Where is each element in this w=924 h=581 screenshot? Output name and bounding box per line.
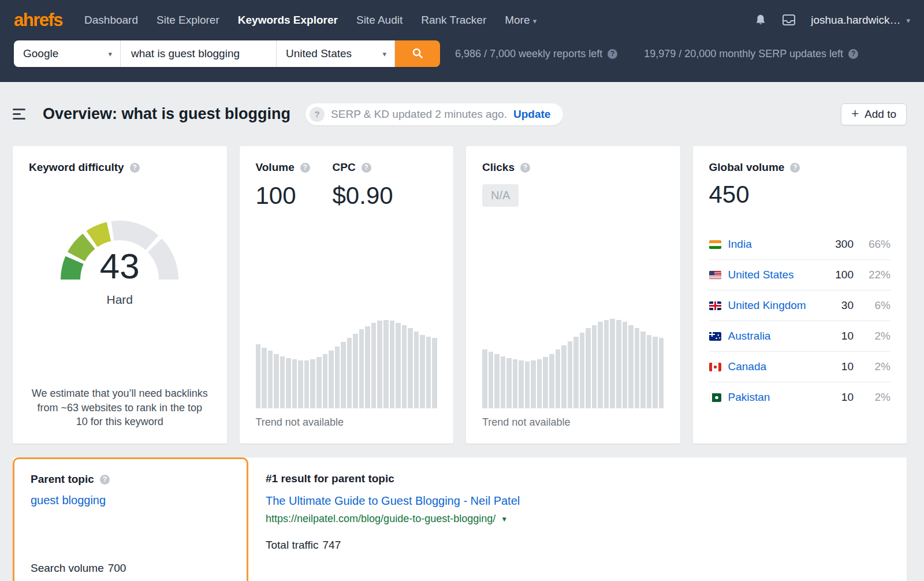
flag-ca-icon <box>709 363 721 371</box>
trend-bar <box>604 320 609 409</box>
weekly-reports-quota: 6,986 / 7,000 weekly reports left <box>455 48 602 60</box>
cpc-label: CPC <box>333 161 356 174</box>
country-select[interactable]: United States ▾ <box>277 40 395 67</box>
trend-bar <box>390 321 395 408</box>
nav-site-audit[interactable]: Site Audit <box>356 14 403 27</box>
inbox-icon[interactable] <box>782 14 796 27</box>
trend-bar <box>280 356 285 409</box>
trend-bar <box>482 349 487 408</box>
url-dropdown-caret-icon[interactable]: ▼ <box>501 515 508 523</box>
trend-bar <box>347 338 352 408</box>
reports-menu-icon[interactable] <box>13 109 27 120</box>
cpc-value: $0.90 <box>333 182 438 210</box>
help-icon[interactable]: ? <box>300 163 310 173</box>
clicks-card: Clicks ? N/A Trend not available <box>466 146 680 444</box>
volume-label: Volume <box>256 161 295 174</box>
global-volume-value: 450 <box>709 181 891 208</box>
nav-site-explorer[interactable]: Site Explorer <box>157 14 219 27</box>
serp-updates-quota: 19,979 / 20,000 monthly SERP updates lef… <box>644 48 843 60</box>
trend-bar <box>647 335 652 409</box>
help-icon[interactable]: ? <box>520 163 530 173</box>
add-to-button[interactable]: + Add to <box>841 103 907 125</box>
keyword-search-bar: Google ▾ United States ▾ 6,986 / 7,000 w… <box>14 40 910 67</box>
flag-in-icon <box>709 240 721 249</box>
trend-bar <box>274 354 279 408</box>
parent-topic-volume-value: 700 <box>108 562 126 575</box>
flag-gb-icon <box>709 301 721 310</box>
keyword-search-input[interactable] <box>121 40 277 67</box>
username: joshua.hardwick… <box>811 14 900 27</box>
trend-bar <box>561 345 567 408</box>
help-icon[interactable]: ? <box>790 163 800 173</box>
country-row: United Kingdom306% <box>709 290 891 321</box>
help-icon[interactable]: ? <box>848 49 858 59</box>
update-link[interactable]: Update <box>513 108 550 121</box>
help-icon[interactable]: ? <box>100 475 110 485</box>
help-icon[interactable]: ? <box>130 163 140 173</box>
notifications-bell-icon[interactable] <box>754 13 767 27</box>
trend-bar <box>408 328 413 408</box>
clicks-trend-chart <box>482 301 664 408</box>
flag-us-icon <box>709 271 721 280</box>
parent-topic-keyword-link[interactable]: guest blogging <box>31 494 106 507</box>
country-link[interactable]: India <box>728 238 752 251</box>
ahrefs-logo[interactable]: ahrefs <box>14 10 62 31</box>
trend-bar <box>549 354 554 408</box>
help-icon[interactable]: ? <box>310 107 325 122</box>
search-engine-select[interactable]: Google ▾ <box>14 40 121 67</box>
volume-trend-chart <box>256 301 438 408</box>
country-link[interactable]: Australia <box>728 330 771 342</box>
trend-bar <box>494 354 500 408</box>
flag-pk-icon <box>709 393 721 402</box>
country-row: United States10022% <box>709 260 891 290</box>
country-list: India30066%United States10022%United Kin… <box>709 229 891 412</box>
country-share: 2% <box>860 330 891 342</box>
trend-bar <box>304 360 310 408</box>
trend-bar <box>556 349 561 408</box>
top-result-heading: #1 result for parent topic <box>266 472 520 485</box>
country-link[interactable]: United States <box>728 269 794 281</box>
country-row: Canada102% <box>709 352 891 382</box>
trend-bar <box>580 333 585 408</box>
trend-bar <box>519 360 524 408</box>
country-volume: 10 <box>841 360 854 373</box>
top-result-section: #1 result for parent topic The Ultimate … <box>248 457 520 581</box>
page-header: Overview: what is guest blogging ? SERP … <box>13 95 907 133</box>
country-volume: 30 <box>841 299 854 312</box>
user-menu[interactable]: joshua.hardwick… ▾ <box>811 14 910 27</box>
trend-bar <box>383 320 389 409</box>
trend-bar <box>262 348 267 408</box>
clicks-na-badge: N/A <box>482 184 519 207</box>
trend-bar <box>292 359 297 408</box>
trend-bar <box>298 360 303 408</box>
trend-bar <box>396 323 401 408</box>
trend-bar <box>610 319 615 408</box>
country-link[interactable]: Pakistan <box>728 391 770 404</box>
trend-bar <box>598 322 603 408</box>
total-traffic-value: 747 <box>323 539 341 552</box>
nav-more[interactable]: More ▾ <box>505 14 536 27</box>
trend-bar <box>537 359 542 408</box>
country-link[interactable]: United Kingdom <box>728 299 806 312</box>
search-button[interactable] <box>395 40 440 67</box>
chevron-down-icon: ▾ <box>382 50 386 58</box>
trend-bar <box>653 337 658 408</box>
help-icon[interactable]: ? <box>362 163 371 173</box>
country-share: 2% <box>860 391 891 404</box>
trend-bar <box>592 325 597 408</box>
trend-bar <box>256 344 261 408</box>
chevron-down-icon: ▾ <box>906 16 910 25</box>
trend-bar <box>310 359 315 408</box>
trend-bar <box>489 352 494 408</box>
top-result-title-link[interactable]: The Ultimate Guide to Guest Blogging - N… <box>266 494 520 508</box>
trend-bar <box>341 342 346 408</box>
nav-rank-tracker[interactable]: Rank Tracker <box>421 14 486 27</box>
nav-keywords-explorer[interactable]: Keywords Explorer <box>238 14 338 27</box>
parent-topic-volume-label: Search volume <box>31 562 104 575</box>
country-volume: 10 <box>841 330 854 342</box>
country-link[interactable]: Canada <box>728 360 767 373</box>
trend-bar <box>525 362 530 408</box>
nav-dashboard[interactable]: Dashboard <box>84 14 138 27</box>
trend-bar <box>543 357 548 408</box>
help-icon[interactable]: ? <box>608 49 617 59</box>
